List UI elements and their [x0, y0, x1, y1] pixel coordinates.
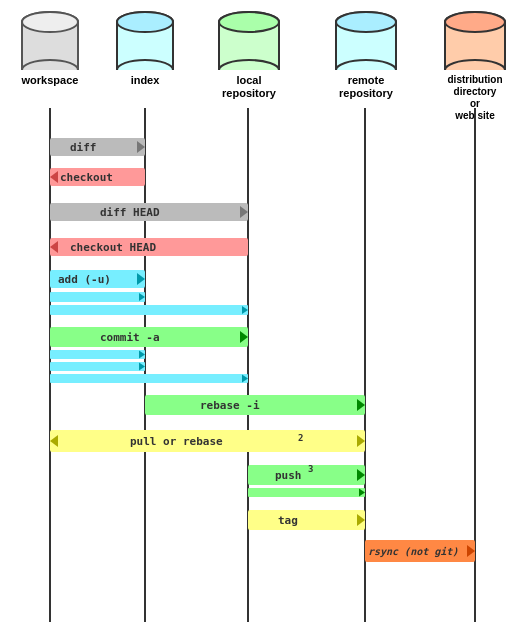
svg-point-58 — [22, 12, 78, 32]
workspace-label: workspace — [22, 74, 79, 87]
index-label: index — [131, 74, 160, 87]
svg-rect-20 — [50, 292, 145, 302]
node-index: index — [115, 10, 175, 87]
svg-text:checkout HEAD: checkout HEAD — [70, 241, 156, 254]
svg-rect-5 — [50, 138, 145, 156]
svg-text:push: push — [275, 469, 302, 482]
svg-text:commit -a: commit -a — [100, 331, 160, 344]
svg-text:tag: tag — [278, 514, 298, 527]
svg-point-70 — [219, 12, 279, 32]
node-local-repo: localrepository — [216, 10, 282, 100]
dist-dir-cylinder — [442, 10, 508, 70]
remote-repo-cylinder — [333, 10, 399, 70]
node-remote-repo: remoterepository — [333, 10, 399, 100]
svg-rect-47 — [248, 510, 365, 530]
diagram: diff checkout diff HEAD checkout HEAD ad… — [0, 0, 509, 642]
svg-text:add (-u): add (-u) — [58, 273, 111, 286]
svg-point-76 — [336, 12, 396, 32]
svg-text:checkout: checkout — [60, 171, 113, 184]
svg-rect-22 — [50, 305, 248, 315]
local-repo-label: localrepository — [222, 74, 276, 100]
node-dist-dir: distributiondirectoryorweb site — [442, 10, 508, 122]
svg-point-64 — [117, 12, 173, 32]
remote-repo-label: remoterepository — [339, 74, 393, 100]
svg-text:2: 2 — [298, 433, 303, 443]
svg-text:diff HEAD: diff HEAD — [100, 206, 160, 219]
dist-dir-label: distributiondirectoryorweb site — [448, 74, 503, 122]
workspace-cylinder — [20, 10, 80, 70]
svg-text:rebase -i: rebase -i — [200, 399, 260, 412]
svg-point-82 — [445, 12, 505, 32]
node-workspace: workspace — [20, 10, 80, 87]
svg-rect-29 — [50, 362, 145, 371]
svg-rect-31 — [50, 374, 248, 383]
svg-rect-45 — [248, 488, 365, 497]
svg-text:rsync (not git): rsync (not git) — [368, 546, 458, 558]
svg-text:3: 3 — [308, 464, 313, 474]
svg-text:pull or rebase: pull or rebase — [130, 435, 223, 448]
local-repo-cylinder — [216, 10, 282, 70]
svg-text:diff: diff — [70, 141, 97, 154]
svg-rect-27 — [50, 350, 145, 359]
index-cylinder — [115, 10, 175, 70]
svg-rect-41 — [248, 465, 365, 485]
